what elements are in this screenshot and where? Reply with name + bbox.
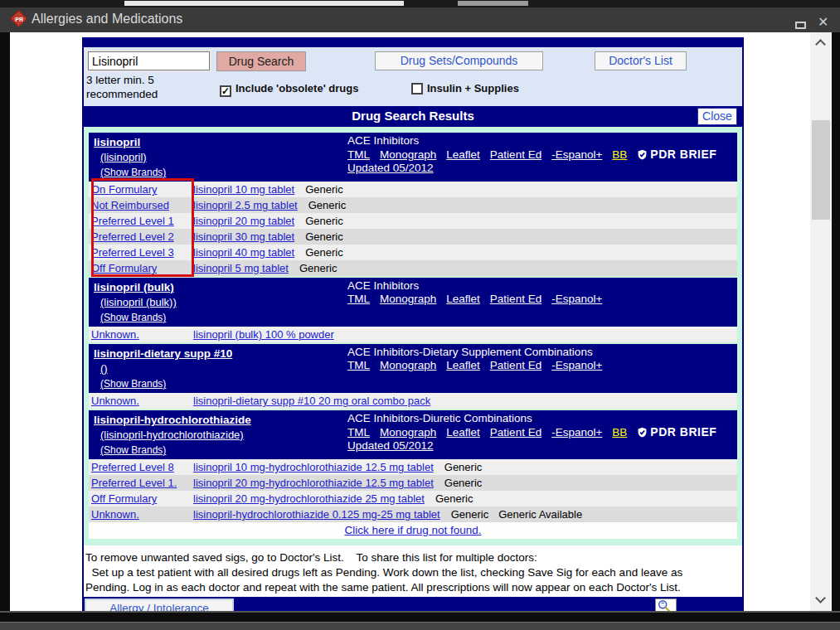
leaflet-link[interactable]: Leaflet (446, 148, 480, 161)
drug-category: ACE Inhibitors (347, 134, 734, 147)
drug-name-link[interactable]: lisinopril (94, 136, 140, 148)
drug-generic-link[interactable]: (lisinopril) (94, 151, 147, 163)
leaflet-link[interactable]: Leaflet (446, 359, 480, 371)
generic-note: Generic (444, 461, 483, 473)
allergy-intolerance-button[interactable]: Allergy / Intolerance (85, 598, 234, 611)
generic-note: Generic (444, 477, 483, 489)
drug-group-header: lisinopril (bulk) (lisinopril (bulk)) (S… (89, 278, 737, 327)
formulary-status-link[interactable]: Off Formulary (91, 492, 157, 505)
monograph-link[interactable]: Monograph (380, 293, 436, 305)
monograph-link[interactable]: Monograph (380, 148, 436, 161)
updated-link[interactable]: Updated 05/2012 (347, 162, 734, 174)
tml-link[interactable]: TML (347, 293, 370, 305)
drug-generic-link[interactable]: () (94, 362, 108, 375)
vertical-scrollbar[interactable] (810, 32, 832, 611)
formulary-status-link[interactable]: On Formulary (91, 183, 157, 196)
formulary-status-link[interactable]: Unknown. (91, 395, 139, 407)
formulary-status-link[interactable]: Preferred Level 2 (91, 230, 174, 243)
drug-not-found-link[interactable]: Click here if drug not found. (344, 524, 481, 536)
results-panel: lisinopril (lisinopril) (Show Brands) AC… (84, 127, 742, 545)
drug-group-header: lisinopril (lisinopril) (Show Brands) AC… (89, 133, 737, 182)
drug-product-link[interactable]: lisinopril-hydrochlorothiazide 0.125 mg-… (193, 508, 440, 521)
results-close-button[interactable]: Close (697, 108, 737, 125)
drug-product-link[interactable]: lisinopril 40 mg tablet (193, 246, 294, 259)
tml-link[interactable]: TML (347, 426, 370, 439)
drug-product-link[interactable]: lisinopril 10 mg tablet (193, 183, 294, 196)
drug-group-header: lisinopril-hydrochlorothiazide (lisinopr… (89, 410, 737, 459)
formulary-status-link[interactable]: Preferred Level 8 (91, 461, 174, 473)
results-header-bar: Drug Search Results Close (84, 106, 742, 127)
top-navy-band (84, 37, 742, 47)
scroll-up-button[interactable] (810, 32, 832, 51)
background-window-fragment (458, 1, 528, 6)
drug-group-header: lisinopril-dietary supp #10 () (Show Bra… (89, 344, 737, 393)
obsolete-checkbox-row: ✓Include 'obsolete' drugs (220, 82, 358, 97)
formulary-status-link[interactable]: Preferred Level 3 (91, 246, 174, 259)
drug-row: Unknown. lisinopril-hydrochlorothiazide … (89, 506, 737, 522)
show-brands-link[interactable]: (Show Brands) (94, 444, 166, 456)
drug-not-found-row: Click here if drug not found. (89, 522, 737, 539)
drug-generic-link[interactable]: (lisinopril (bulk)) (94, 296, 177, 308)
search-hint: 3 letter min. 5 recommended (86, 73, 158, 101)
allergy-search-button[interactable] (655, 598, 677, 611)
drug-row: Off Formulary lisinopril 20 mg-hydrochlo… (89, 491, 737, 506)
doctors-list-button[interactable]: Doctor's List (595, 51, 687, 70)
drug-row: Preferred Level 8 lisinopril 10 mg-hydro… (89, 459, 737, 475)
show-brands-link[interactable]: (Show Brands) (94, 378, 166, 390)
espanol-link[interactable]: -Espanol+ (551, 426, 602, 439)
formulary-status-link[interactable]: Preferred Level 1 (91, 215, 174, 227)
patient-ed-link[interactable]: Patient Ed (490, 148, 541, 161)
pdr-brief-logo[interactable]: PDR BRIEF (637, 425, 716, 439)
pdr-brief-logo[interactable]: PDR BRIEF (637, 148, 716, 161)
formulary-status-link[interactable]: Unknown. (91, 328, 139, 341)
drug-product-link[interactable]: lisinopril 5 mg tablet (193, 262, 289, 274)
monograph-link[interactable]: Monograph (380, 359, 436, 371)
formulary-status-link[interactable]: Preferred Level 1. (91, 477, 177, 489)
tml-link[interactable]: TML (347, 359, 370, 371)
drug-product-link[interactable]: lisinopril 30 mg tablet (193, 230, 294, 243)
drug-product-link[interactable]: lisinopril 20 mg tablet (193, 215, 294, 227)
drug-search-input[interactable] (88, 51, 210, 70)
formulary-status-link[interactable]: Unknown. (91, 508, 139, 521)
scroll-down-button[interactable] (810, 593, 832, 611)
espanol-link[interactable]: -Espanol+ (551, 359, 602, 371)
patient-ed-link[interactable]: Patient Ed (490, 426, 541, 439)
drug-search-button[interactable]: Drug Search (216, 51, 306, 71)
patient-ed-link[interactable]: Patient Ed (490, 359, 541, 371)
drug-sets-compounds-button[interactable]: Drug Sets/Compounds (375, 51, 543, 70)
drug-product-link[interactable]: lisinopril 2.5 mg tablet (193, 199, 298, 211)
background-window-fragment (124, 1, 404, 6)
drug-product-link[interactable]: lisinopril 20 mg-hydrochlorothiazide 25 … (193, 492, 425, 505)
obsolete-checkbox[interactable]: ✓ (220, 85, 231, 97)
drug-name-link[interactable]: lisinopril (bulk) (94, 281, 174, 293)
drug-name-link[interactable]: lisinopril-hydrochlorothiazide (94, 414, 251, 426)
formulary-status-link[interactable]: Not Reimbursed (91, 199, 169, 211)
drug-product-link[interactable]: lisinopril 10 mg-hydrochlorothiazide 12.… (193, 461, 434, 473)
show-brands-link[interactable]: (Show Brands) (94, 312, 166, 323)
monograph-link[interactable]: Monograph (380, 426, 436, 439)
drug-generic-link[interactable]: (lisinopril-hydrochlorothiazide) (94, 429, 244, 441)
bb-link[interactable]: BB (612, 426, 627, 439)
maximize-icon[interactable] (795, 22, 806, 29)
generic-note: Generic (451, 508, 489, 521)
drug-product-link[interactable]: lisinopril 20 mg-hydrochlorothiazide 12.… (193, 477, 434, 489)
generic-note: Generic (299, 262, 337, 274)
insulin-checkbox[interactable] (411, 83, 423, 94)
show-brands-link[interactable]: (Show Brands) (94, 167, 166, 178)
drug-row: Preferred Level 3 lisinopril 40 mg table… (89, 245, 737, 260)
drug-product-link[interactable]: lisinopril (bulk) 100 % powder (193, 328, 334, 341)
formulary-status-link[interactable]: Off Formulary (91, 262, 157, 274)
scrollbar-thumb[interactable] (812, 120, 830, 220)
leaflet-link[interactable]: Leaflet (446, 293, 480, 305)
updated-link[interactable]: Updated 05/2012 (347, 439, 734, 452)
tml-link[interactable]: TML (347, 148, 370, 161)
bb-link[interactable]: BB (612, 148, 627, 161)
close-icon[interactable]: ✕ (818, 14, 828, 30)
espanol-link[interactable]: -Espanol+ (551, 148, 602, 161)
drug-name-link[interactable]: lisinopril-dietary supp #10 (94, 347, 232, 360)
leaflet-link[interactable]: Leaflet (446, 426, 480, 439)
patient-ed-link[interactable]: Patient Ed (490, 293, 541, 305)
generic-note: Generic (308, 199, 347, 211)
drug-product-link[interactable]: lisinopril-dietary supp #10 20 mg oral c… (193, 395, 430, 407)
espanol-link[interactable]: -Espanol+ (551, 293, 602, 305)
